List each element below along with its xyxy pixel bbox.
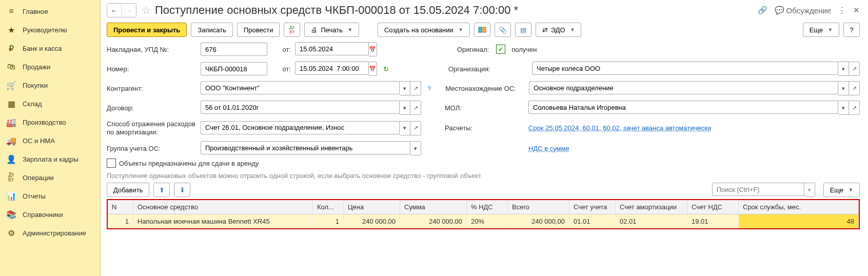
number-input[interactable]: [204, 65, 264, 73]
cell-acc[interactable]: 01.01: [569, 214, 616, 228]
open-icon[interactable]: ↗: [410, 121, 421, 135]
mol-field[interactable]: ▾ ↗: [528, 101, 860, 115]
help-button[interactable]: ?: [843, 23, 860, 37]
link-icon[interactable]: 🔗: [758, 6, 767, 15]
counterparty-help-icon[interactable]: ?: [427, 85, 431, 92]
invoice-no-field[interactable]: [201, 43, 267, 56]
sidebar-item-production[interactable]: 🏭 Производство: [0, 113, 100, 131]
dropdown-icon[interactable]: ▾: [400, 121, 410, 135]
cell-asset[interactable]: Напольная моечная машина Bennett XR45: [133, 214, 313, 228]
invoice-no-input[interactable]: [204, 45, 264, 54]
org-input[interactable]: [536, 64, 835, 73]
post-button[interactable]: Провести: [237, 23, 280, 37]
dtkt-button[interactable]: ДтКт: [284, 23, 300, 37]
cell-sum[interactable]: 240 000,00: [400, 214, 467, 228]
nav-back-button[interactable]: ←: [107, 4, 122, 17]
col-acc[interactable]: Счет учета: [569, 200, 616, 214]
dropdown-icon[interactable]: ▾: [838, 101, 849, 115]
open-icon[interactable]: ↗: [410, 101, 421, 115]
table-search-input[interactable]: [716, 185, 801, 194]
compare-button[interactable]: [474, 23, 490, 37]
open-icon[interactable]: ↗: [849, 62, 860, 76]
col-price[interactable]: Цена: [344, 200, 400, 214]
sidebar-item-main[interactable]: ≡ Главное: [0, 2, 100, 21]
sidebar-item-bank[interactable]: ₽ Банк и касса: [0, 39, 100, 57]
calc-link[interactable]: Срок 25.05.2024, 60.01, 60.02, зачет ава…: [528, 124, 711, 132]
move-down-button[interactable]: ⬇: [174, 183, 190, 197]
checklist-button[interactable]: ▤: [515, 23, 531, 37]
org-field[interactable]: ▾ ↗: [532, 62, 860, 76]
col-vatacc[interactable]: Счет НДС: [687, 200, 739, 214]
add-row-button[interactable]: Добавить: [107, 183, 149, 197]
discuss-button[interactable]: 💬 Обсуждение: [775, 6, 831, 15]
col-n[interactable]: N: [108, 200, 133, 214]
dropdown-icon[interactable]: ▾: [410, 141, 421, 155]
dropdown-icon[interactable]: ▾: [400, 81, 410, 95]
sidebar-item-reports[interactable]: 📊 Отчеты: [0, 187, 100, 205]
sidebar-item-warehouse[interactable]: ▦ Склад: [0, 94, 100, 113]
cell-vatacc[interactable]: 19.01: [687, 214, 739, 228]
more-button[interactable]: Еще▼: [803, 23, 839, 37]
calendar-icon[interactable]: 📅: [369, 62, 377, 76]
original-checkbox[interactable]: ✓: [496, 45, 505, 54]
cell-vatpct[interactable]: 20%: [467, 214, 508, 228]
col-total[interactable]: Всего: [508, 200, 569, 214]
kebab-icon[interactable]: ⋮: [838, 6, 846, 15]
expense-field[interactable]: ▾ ↗: [201, 121, 421, 135]
counterparty-input[interactable]: [204, 84, 396, 92]
calendar-icon[interactable]: 📅: [369, 42, 377, 56]
invoice-date-field[interactable]: 📅: [295, 42, 377, 56]
refresh-date-icon[interactable]: ↻: [383, 65, 389, 73]
group-field[interactable]: ▾: [201, 141, 421, 155]
mol-input[interactable]: [532, 103, 835, 112]
sidebar-item-hr[interactable]: 👤 Зарплата и кадры: [0, 150, 100, 168]
col-qty[interactable]: Кол...: [313, 200, 344, 214]
sidebar-item-operations[interactable]: ДтКт Операции: [0, 168, 100, 187]
dropdown-icon[interactable]: ▾: [400, 101, 410, 115]
counterparty-field[interactable]: ▾ ↗: [201, 81, 421, 95]
contract-field[interactable]: ▾ ↗: [201, 101, 421, 115]
move-up-button[interactable]: ⬆: [153, 183, 170, 197]
post-and-close-button[interactable]: Провести и закрыть: [107, 23, 187, 37]
number-field[interactable]: [201, 62, 267, 75]
rent-checkbox[interactable]: [107, 159, 116, 168]
cell-amort[interactable]: 02.01: [616, 214, 687, 228]
clear-search-icon[interactable]: ×: [804, 183, 815, 197]
favorite-icon[interactable]: ☆: [142, 4, 151, 16]
sidebar-item-admin[interactable]: ⚙ Администрирование: [0, 224, 100, 242]
table-row[interactable]: 1 Напольная моечная машина Bennett XR45 …: [108, 214, 859, 228]
open-icon[interactable]: ↗: [849, 101, 860, 115]
cell-life[interactable]: 48: [739, 214, 859, 228]
nav-forward-button[interactable]: →: [122, 4, 136, 17]
attach-button[interactable]: 📎: [495, 23, 511, 37]
contract-input[interactable]: [204, 103, 396, 112]
edo-button[interactable]: ⇄ЭДО▼: [536, 23, 582, 37]
close-icon[interactable]: ✕: [853, 6, 860, 15]
create-based-button[interactable]: Создать на основании▼: [378, 23, 470, 37]
invoice-date-input[interactable]: [299, 45, 365, 53]
sidebar-item-catalogs[interactable]: 📚 Справочники: [0, 205, 100, 224]
dropdown-icon[interactable]: ▾: [838, 81, 849, 95]
dropdown-icon[interactable]: ▾: [838, 62, 849, 76]
sidebar-item-sales[interactable]: 🛍 Продажи: [0, 57, 100, 76]
print-button[interactable]: 🖨Печать▼: [304, 23, 359, 37]
col-sum[interactable]: Сумма: [400, 200, 467, 214]
vat-link[interactable]: НДС в сумме: [528, 145, 569, 152]
number-date-input[interactable]: [299, 64, 365, 73]
cell-total[interactable]: 240 000,00: [508, 214, 569, 228]
col-asset[interactable]: Основное средство: [133, 200, 313, 214]
cell-price[interactable]: 240 000,00: [344, 214, 400, 228]
cell-n[interactable]: 1: [108, 214, 133, 228]
number-date-field[interactable]: 📅: [295, 62, 377, 76]
location-input[interactable]: [532, 84, 835, 92]
col-vatpct[interactable]: % НДС: [467, 200, 508, 214]
open-icon[interactable]: ↗: [410, 81, 421, 95]
sidebar-item-manager[interactable]: ★ Руководителю: [0, 21, 100, 39]
col-life[interactable]: Срок службы, мес.: [739, 200, 859, 214]
table-more-button[interactable]: Еще▼: [823, 183, 860, 197]
sidebar-item-purchases[interactable]: 🛒 Покупки: [0, 76, 100, 94]
cell-qty[interactable]: 1: [313, 214, 344, 228]
col-amort[interactable]: Счет амортизации: [616, 200, 687, 214]
open-icon[interactable]: ↗: [849, 81, 860, 95]
location-field[interactable]: ▾ ↗: [529, 81, 860, 95]
